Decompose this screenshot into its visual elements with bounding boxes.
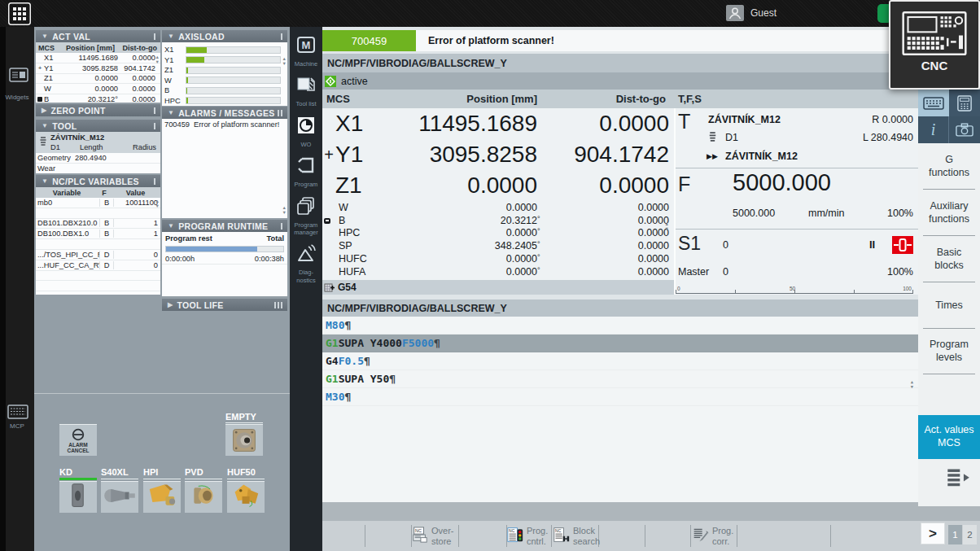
info-button[interactable]: i bbox=[918, 116, 949, 143]
widget-header-runtime[interactable]: ▼ PROGRAM RUNTIME bbox=[162, 220, 287, 232]
code-line[interactable]: M30¶ bbox=[322, 388, 918, 406]
widgets-button[interactable] bbox=[9, 68, 28, 82]
tool-button-huf50[interactable] bbox=[227, 481, 265, 513]
widget-header-ncplc[interactable]: ▼ NC/PLC VARIABLES bbox=[36, 175, 160, 187]
widget-header-tool[interactable]: ▼ TOOL bbox=[36, 120, 160, 132]
tab-calculator[interactable] bbox=[949, 90, 980, 116]
ncplc-scroll[interactable]: ▲▼ bbox=[155, 199, 160, 208]
widget-title: ACT VAL bbox=[52, 32, 90, 42]
softkey-prog-corr-[interactable]: Prog.corr. bbox=[693, 523, 736, 549]
tab-actual-values[interactable] bbox=[918, 90, 949, 116]
cnc-panel-overlay[interactable]: CNC bbox=[889, 0, 980, 90]
geometry-label: Geometry bbox=[36, 154, 75, 162]
code-line[interactable]: G4 F0.5¶ bbox=[322, 352, 918, 370]
tool-button-kd[interactable] bbox=[59, 481, 97, 513]
axis-row-x1: X111495.16890.0000 bbox=[322, 108, 674, 139]
pin-icon bbox=[154, 123, 155, 129]
alarm-number-badge[interactable]: 700459 bbox=[322, 30, 416, 51]
program-path-bar: NC/MPF/VIBRODIAG/BALLSCREW_Y bbox=[322, 54, 923, 72]
widget-header-act-val[interactable]: ▼ ACT VAL bbox=[36, 30, 160, 42]
nav-item-diagnostics[interactable]: Diag-nostics bbox=[290, 243, 322, 284]
act-val-scroll[interactable]: ▲▼ bbox=[155, 55, 160, 64]
alarm-cancel-button[interactable]: ALARM CANCEL bbox=[59, 424, 97, 456]
alarm-cancel-label-1: ALARM bbox=[67, 442, 89, 448]
collapse-icon: ▼ bbox=[42, 33, 48, 40]
nav-item-toollist[interactable]: Tool list bbox=[290, 75, 322, 107]
program-icon bbox=[296, 155, 316, 178]
tool-button-s40xl[interactable] bbox=[101, 481, 138, 513]
softkey-times[interactable]: Times bbox=[918, 282, 980, 329]
camera-icon bbox=[956, 123, 973, 137]
code-line[interactable]: G1 SUPA Y50¶ bbox=[322, 370, 918, 388]
axisload-fill bbox=[186, 47, 207, 53]
page-tab-2[interactable]: 2 bbox=[963, 525, 977, 544]
program-manager-icon bbox=[296, 196, 316, 219]
axisload-scroll[interactable]: ▲▼ bbox=[282, 57, 287, 66]
alarm-message: Error of platform scanner! bbox=[428, 35, 554, 46]
axis-row-b: B20.3212°0.0000 bbox=[322, 214, 674, 227]
tool-label-kd: KD bbox=[59, 467, 72, 477]
screenshot-button[interactable] bbox=[949, 116, 980, 143]
user-menu[interactable]: Guest bbox=[726, 5, 777, 21]
nav-item-label: Diag-nostics bbox=[296, 269, 315, 284]
softkey-g-functions[interactable]: G functions bbox=[918, 143, 980, 190]
axisload-fill bbox=[186, 68, 188, 73]
empty-slot-button[interactable] bbox=[225, 424, 263, 456]
tool-name: ZÁVITNÍK_M12 bbox=[50, 133, 104, 142]
right-strip bbox=[918, 506, 980, 521]
code-line[interactable]: M80¶ bbox=[322, 317, 918, 335]
ncplc-row bbox=[36, 208, 160, 219]
nav-item-label: Tool list bbox=[295, 100, 316, 107]
widget-header-zero-point[interactable]: ▶ ZERO POINT bbox=[36, 104, 160, 116]
softkey-act-values-mcs[interactable]: Act. values MCS bbox=[918, 415, 980, 459]
softkey-program-levels[interactable]: Program levels bbox=[918, 329, 980, 374]
ncplc-row: DB101.DBX210.0B1 bbox=[36, 219, 160, 230]
tool-button-hpi[interactable] bbox=[143, 481, 181, 513]
softkey-over-store[interactable]: NCOver-store bbox=[412, 523, 457, 549]
prog-control-icon: NC bbox=[507, 525, 523, 548]
softkey-blocksearch[interactable]: NCBlocksearch bbox=[553, 523, 597, 549]
axis-row-z1: Z10.00000.0000 bbox=[322, 170, 674, 201]
widget-header-alarms[interactable]: ▼ ALARMS / MESSAGES bbox=[162, 107, 287, 119]
tool-radius: R 0.0000 bbox=[674, 114, 913, 125]
nav-item-wo[interactable]: WO bbox=[290, 116, 322, 148]
widget-title: PROGRAM RUNTIME bbox=[178, 221, 268, 231]
app-grid-icon bbox=[8, 2, 31, 25]
softkey-basic-blocks[interactable]: Basic blocks bbox=[918, 236, 980, 282]
widget-header-tool-life[interactable]: ▶ TOOL LIFE bbox=[162, 299, 287, 311]
tool-button-pvd[interactable] bbox=[185, 481, 222, 513]
total-time: 0:00:38h bbox=[255, 255, 284, 263]
menu-extend-button[interactable] bbox=[946, 466, 970, 488]
softkey-prog-cntrl-[interactable]: NCProg.cntrl. bbox=[507, 523, 550, 549]
nav-item-machine[interactable]: MMachine bbox=[290, 35, 322, 68]
ncplc-row: ...HUF_CC_CA_RVND0 bbox=[36, 260, 160, 271]
tool-length: L 280.4940 bbox=[674, 132, 913, 143]
mcp-button[interactable] bbox=[7, 405, 28, 419]
user-avatar-icon bbox=[726, 5, 744, 21]
scroll-down-icon: ▼ bbox=[282, 62, 287, 66]
alarm-text: Error of platform scanner! bbox=[194, 120, 279, 129]
cnc-label: CNC bbox=[921, 59, 948, 72]
next-page-button[interactable]: > bbox=[921, 523, 945, 544]
softkey-auxiliary-functions[interactable]: Auxiliary functions bbox=[918, 190, 980, 236]
code-line[interactable]: G1 SUPA Y4000 F5000¶ bbox=[322, 335, 918, 352]
huf50-tool-icon bbox=[229, 482, 263, 513]
scroll-down-icon: ▼ bbox=[911, 385, 913, 389]
page-tab-1[interactable]: 1 bbox=[948, 525, 962, 544]
alarms-scroll[interactable]: ▲▼ bbox=[282, 206, 287, 215]
editor-scroll[interactable]: ▲▼ bbox=[911, 380, 913, 389]
axisload-fill bbox=[186, 98, 188, 103]
axis-row-hpc: HPC0.0000°0.0000 bbox=[322, 227, 674, 240]
pin-icon bbox=[154, 178, 155, 185]
axis-scroll[interactable]: ▲▼ bbox=[665, 222, 669, 231]
nav-item-program[interactable]: Program bbox=[290, 155, 322, 188]
app-grid-button[interactable] bbox=[8, 2, 31, 25]
tool-label-huf50: HUF50 bbox=[227, 467, 256, 477]
user-name-label: Guest bbox=[750, 7, 777, 19]
code-editor[interactable]: M80¶G1 SUPA Y4000 F5000¶G4 F0.5¶G1 SUPA … bbox=[322, 317, 918, 502]
widget-title: AXISLOAD bbox=[178, 32, 225, 42]
col-variable: Variable bbox=[36, 189, 98, 197]
widget-header-axisload[interactable]: ▼ AXISLOAD bbox=[162, 30, 287, 42]
widget-title: TOOL LIFE bbox=[177, 300, 223, 310]
nav-item-program-manager[interactable]: Programmanager bbox=[290, 196, 322, 237]
